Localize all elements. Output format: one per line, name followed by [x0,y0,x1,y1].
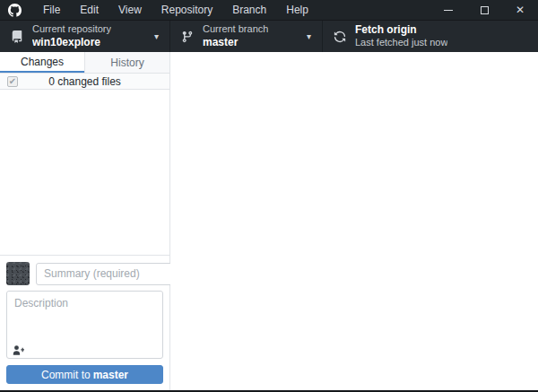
fetch-origin-sublabel: Last fetched just now [355,37,447,49]
changed-files-checkbox[interactable]: ✔ [7,76,18,87]
title-bar: File Edit View Repository Branch Help ✕ [0,0,538,20]
menu-edit[interactable]: Edit [70,0,108,20]
current-repository-label: Current repository [32,23,111,36]
menu-branch[interactable]: Branch [222,0,276,20]
changed-files-label: 0 changed files [48,75,121,88]
commit-to-master-button[interactable]: Commit to master [6,365,163,384]
menu-view[interactable]: View [108,0,152,20]
current-repository-value: win10explore [32,36,111,49]
sidebar-tabs: Changes History [0,52,169,74]
tab-history[interactable]: History [84,52,169,73]
main-content-empty [170,52,538,390]
current-branch-button[interactable]: Current branch master ▾ [170,21,323,52]
commit-form: Commit to master [0,255,169,390]
user-avatar [6,262,30,285]
menu-file[interactable]: File [33,0,70,20]
commit-description-box [6,291,163,359]
menu-repository[interactable]: Repository [152,0,222,20]
sync-icon [333,30,347,44]
current-branch-label: Current branch [203,23,268,36]
menu-help[interactable]: Help [276,0,318,20]
commit-description-input[interactable] [7,292,162,342]
commit-summary-input[interactable] [36,263,191,285]
commit-button-prefix: Commit to [41,369,91,381]
fetch-origin-text: Fetch origin Last fetched just now [355,23,447,49]
fetch-origin-button[interactable]: Fetch origin Last fetched just now [323,21,538,52]
current-repository-text: Current repository win10explore [32,23,111,49]
commit-button-branch: master [93,369,128,381]
window-controls: ✕ [430,0,538,20]
repo-icon [10,30,24,44]
github-desktop-window: File Edit View Repository Branch Help ✕ … [0,0,538,392]
toolbar: Current repository win10explore ▾ Curren… [0,20,538,52]
add-coauthor-icon[interactable] [13,345,24,355]
git-branch-icon [180,30,195,44]
close-icon[interactable]: ✕ [502,0,538,20]
changes-list-empty-area [0,90,169,255]
chevron-down-icon: ▾ [307,31,311,41]
current-branch-value: master [203,36,268,49]
changed-files-row: ✔ 0 changed files [0,74,169,90]
minimize-icon[interactable] [430,0,466,20]
maximize-icon[interactable] [466,0,502,20]
tab-changes[interactable]: Changes [0,52,84,73]
fetch-origin-label: Fetch origin [355,23,447,37]
changes-sidebar: Changes History ✔ 0 changed files [0,52,170,390]
window-body: Changes History ✔ 0 changed files [0,52,538,390]
current-branch-text: Current branch master [203,23,268,49]
chevron-down-icon: ▾ [154,31,159,41]
current-repository-button[interactable]: Current repository win10explore ▾ [0,21,170,52]
menu-bar: File Edit View Repository Branch Help [33,0,318,20]
github-logo-icon [8,4,22,17]
